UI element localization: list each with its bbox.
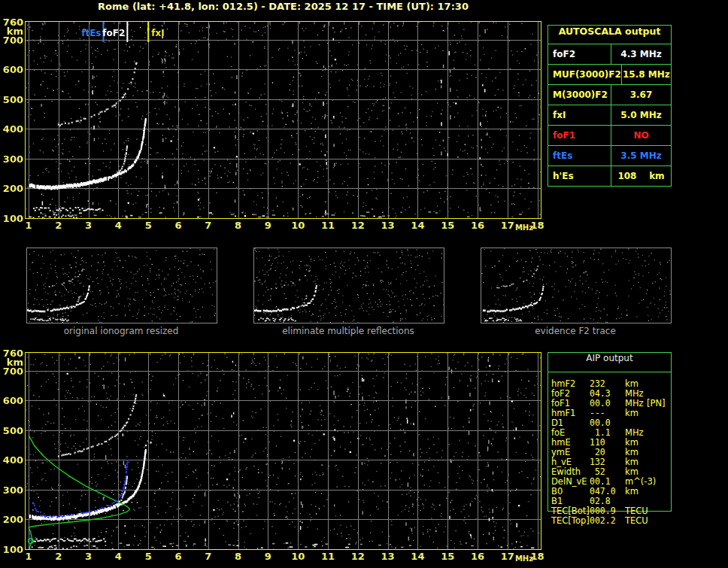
x-tick-label: 3 [77, 551, 100, 562]
aip-row-value: 00.0 [590, 418, 611, 428]
marker-label-fof2: foF2 [90, 28, 125, 38]
thumbnail-original-ionogram [26, 248, 217, 323]
x-tick-label: 1 [17, 551, 40, 562]
thumbnail-eliminate-canvas [254, 248, 444, 323]
autoscala-row-h'es: h'Es108 km [548, 166, 671, 186]
autoscala-row-value: NO [611, 126, 671, 145]
ionogram-plot-aip [25, 352, 541, 550]
x-tick-label: 15 [436, 551, 459, 562]
aip-row-label: D1 [551, 418, 563, 428]
autoscala-row-label: ftEs [548, 150, 611, 161]
aip-row-yme: ymE 20km [548, 447, 670, 457]
x-tick-label: 13 [377, 551, 399, 562]
aip-row-hmf1: hmF1---km [548, 408, 670, 418]
aip-row-value: 232 [590, 378, 605, 389]
x-tick-label: 14 [406, 551, 429, 562]
aip-row-hme: hmE110km [548, 437, 670, 447]
aip-row-b1: B102.8 [548, 496, 670, 506]
aip-row-fof2: foF204.3MHz [548, 388, 670, 398]
aip-row-label: hmF2 [551, 378, 575, 389]
y-tick-label: 600 [2, 64, 23, 75]
y-tick-label: 400 [2, 454, 23, 466]
thumbnail-eliminate-reflections [253, 248, 444, 323]
autoscala-row-label: MUF(3000)F2 [548, 69, 621, 80]
aip-row-value: 00.1 [590, 476, 611, 487]
aip-row-label: ymE [551, 447, 570, 457]
aip-row-value: 110 [590, 437, 605, 448]
x-tick-label: 14 [406, 220, 429, 231]
aip-row-extra: [PN] [647, 398, 666, 409]
aip-row-unit: km [625, 447, 639, 457]
ionogram-scaled-canvas [26, 22, 541, 218]
autoscala-row-value: 15.8 MHz [621, 65, 671, 84]
x-tick-label: 8 [227, 220, 250, 231]
y-tick-label: 600 [2, 395, 23, 406]
y-tick-label: 200 [2, 183, 23, 194]
autoscala-row-label: M(3000)F2 [548, 90, 611, 100]
aip-row-unit: MHz [625, 427, 644, 438]
aip-row-fof1: foF100.0MHz[PN] [548, 398, 670, 408]
thumbnail-caption-evidence: evidence F2 trace [480, 326, 671, 336]
y-tick-label: 200 [2, 514, 23, 525]
aip-row-foe: foE 1.1MHz [548, 427, 670, 437]
aip-row-value: 002.2 [590, 515, 616, 526]
ionogram-plot-scaled [25, 21, 541, 219]
aip-row-value: 132 [590, 457, 605, 467]
thumbnail-original-canvas [27, 248, 217, 323]
aip-row-label: Ewidth [551, 466, 581, 477]
x-tick-label: 7 [197, 220, 220, 231]
x-tick-label: 10 [287, 220, 309, 231]
y-tick-label: 500 [2, 425, 23, 436]
aip-row-label: hmE [551, 437, 571, 448]
aip-row-unit: km [625, 457, 639, 467]
x-axis-unit-label: MHz [511, 554, 537, 563]
aip-row-ewidth: Ewidth 52km [548, 466, 670, 476]
x-tick-label: 13 [377, 220, 399, 231]
autoscala-row-value: 3.67 [611, 85, 671, 105]
autoscala-row-label: foF2 [548, 49, 611, 59]
autoscala-row-value: 4.3 MHz [611, 44, 671, 64]
autoscala-row-fof2: foF24.3 MHz [548, 44, 671, 64]
thumbnail-caption-original: original ionogram resized [26, 326, 217, 336]
aip-row-value: --- [590, 408, 605, 418]
autoscala-row-value: 3.5 MHz [611, 146, 671, 166]
aip-row-value: 047.0 [590, 486, 616, 497]
aip-row-value: 20 [590, 447, 605, 457]
aip-row-unit: km [625, 408, 639, 418]
page-title: Rome (lat: +41.8, lon: 012.5) - DATE: 20… [25, 1, 541, 13]
x-axis-unit-label: MHz [511, 223, 537, 232]
x-tick-label: 3 [77, 220, 100, 231]
y-tick-label: 300 [2, 153, 23, 165]
autoscala-row-label: fxI [548, 110, 611, 120]
aip-row-hmf2: hmF2232km [548, 378, 670, 388]
x-tick-label: 5 [137, 551, 159, 562]
y-axis-unit-label: km [2, 357, 23, 368]
aip-row-unit: TECU [625, 506, 648, 516]
aip-row-unit: km [625, 378, 639, 389]
ionogram-aip-canvas [26, 353, 541, 549]
autoscala-table-header: AUTOSCALA output [548, 26, 671, 44]
x-tick-label: 16 [466, 551, 489, 562]
aip-row-label: foF2 [551, 388, 570, 399]
y-tick-label: 300 [2, 484, 23, 496]
aip-row-value: 00.0 [590, 398, 611, 409]
x-tick-label: 8 [227, 551, 250, 562]
aip-row-unit: km [625, 486, 639, 497]
thumbnail-evidence-f2 [481, 248, 672, 323]
aip-row-value: 52 [590, 466, 605, 477]
autoscala-row-label: foF1 [548, 130, 611, 141]
aip-row-label: TEC[Top] [551, 515, 590, 526]
autoscala-row-fof1: foF1NO [548, 125, 671, 145]
aip-row-label: h_vE [551, 457, 572, 467]
x-tick-label: 6 [167, 551, 190, 562]
autoscala-row-muf(3000)f2: MUF(3000)F215.8 MHz [548, 64, 671, 84]
thumbnail-evidence-canvas [481, 248, 671, 323]
aip-row-b0: B0047.0km [548, 486, 670, 496]
aip-row-label: TEC[Bot] [551, 506, 590, 516]
x-tick-label: 7 [197, 551, 220, 562]
y-tick-label: 500 [2, 94, 23, 105]
autoscala-table-rows: foF24.3 MHzMUF(3000)F215.8 MHzM(3000)F23… [548, 44, 671, 186]
aip-row-unit: km [625, 437, 639, 448]
autoscala-row-fxi: fxI5.0 MHz [548, 105, 671, 125]
autoscala-row-value: 108 km [611, 166, 671, 186]
